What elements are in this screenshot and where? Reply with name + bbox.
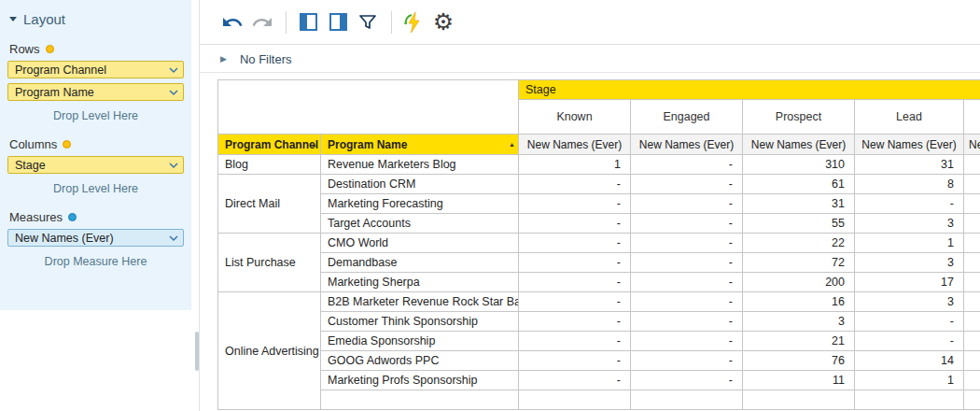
value-cell[interactable]: - bbox=[519, 253, 631, 273]
collapse-triangle-icon[interactable] bbox=[9, 17, 17, 21]
row-header-program-name[interactable]: Program Name ▲ bbox=[321, 135, 519, 155]
program-cell[interactable]: Marketing Sherpa bbox=[321, 273, 519, 292]
program-cell[interactable]: Marketing Forecasting bbox=[321, 194, 519, 214]
value-cell-clipped bbox=[964, 292, 980, 312]
value-cell[interactable]: 17 bbox=[855, 273, 964, 292]
value-cell[interactable]: - bbox=[631, 312, 743, 332]
stage-column-header-prospect[interactable]: Prospect bbox=[743, 100, 855, 135]
column-dimension-header[interactable]: Stage bbox=[519, 80, 980, 100]
value-cell[interactable]: 310 bbox=[743, 155, 855, 175]
value-cell[interactable]: - bbox=[631, 253, 743, 273]
filter-bar[interactable]: ▶ No Filters bbox=[200, 46, 980, 73]
redo-button[interactable] bbox=[248, 8, 276, 36]
program-cell[interactable]: Marketing Profs Sponsorship bbox=[321, 371, 519, 390]
value-cell[interactable]: - bbox=[519, 175, 631, 194]
value-cell[interactable]: - bbox=[519, 194, 631, 214]
value-cell[interactable]: - bbox=[855, 312, 964, 332]
measure-header[interactable]: New Names (Ever) bbox=[519, 135, 631, 155]
columns-drop-zone[interactable]: Drop Level Here bbox=[0, 182, 191, 195]
measure-header[interactable]: New Names (Ever) bbox=[631, 135, 743, 155]
value-cell[interactable]: - bbox=[519, 273, 631, 292]
undo-icon bbox=[221, 11, 244, 34]
filters-expander-icon[interactable]: ▶ bbox=[220, 54, 227, 64]
value-cell[interactable]: 1 bbox=[855, 371, 964, 390]
stage-column-header-engaged[interactable]: Engaged bbox=[631, 100, 743, 135]
value-cell[interactable]: 14 bbox=[855, 351, 964, 371]
value-cell[interactable]: - bbox=[519, 332, 631, 351]
value-cell[interactable]: 11 bbox=[743, 371, 855, 390]
row-field-program-channel[interactable]: Program Channel bbox=[7, 61, 184, 78]
value-cell[interactable]: 1 bbox=[855, 234, 964, 253]
program-cell[interactable]: Revenue Marketers Blog bbox=[321, 155, 519, 175]
program-cell[interactable]: Target Accounts bbox=[321, 214, 519, 234]
value-cell[interactable]: - bbox=[631, 332, 743, 351]
program-cell[interactable]: Destination CRM bbox=[321, 175, 519, 194]
panel-splitter-handle[interactable] bbox=[195, 332, 199, 371]
value-cell[interactable]: - bbox=[631, 371, 743, 390]
column-field-stage[interactable]: Stage bbox=[7, 156, 184, 174]
value-cell[interactable]: 22 bbox=[743, 234, 855, 253]
value-cell[interactable]: 200 bbox=[743, 273, 855, 292]
value-cell[interactable]: - bbox=[631, 194, 743, 214]
value-cell[interactable]: 8 bbox=[855, 175, 964, 194]
value-cell[interactable]: - bbox=[631, 273, 743, 292]
stage-column-header-known[interactable]: Known bbox=[519, 100, 631, 135]
layout-panel-header[interactable]: Layout bbox=[0, 0, 191, 27]
value-cell[interactable]: - bbox=[855, 194, 964, 214]
value-cell-clipped bbox=[964, 175, 980, 194]
program-cell[interactable]: GOOG Adwords PPC bbox=[321, 351, 519, 371]
toggle-right-panel-button[interactable] bbox=[324, 8, 352, 36]
value-cell[interactable]: - bbox=[519, 371, 631, 390]
undo-button[interactable] bbox=[218, 8, 246, 36]
value-cell-clipped bbox=[964, 234, 980, 253]
toggle-left-panel-button[interactable] bbox=[294, 8, 322, 36]
value-cell[interactable]: 76 bbox=[743, 351, 855, 371]
value-cell[interactable]: 16 bbox=[743, 292, 855, 312]
value-cell[interactable]: 3 bbox=[855, 214, 964, 234]
value-cell[interactable]: 55 bbox=[743, 214, 855, 234]
value-cell[interactable]: - bbox=[631, 155, 743, 175]
channel-cell[interactable]: Blog bbox=[218, 155, 321, 175]
value-cell[interactable]: - bbox=[631, 351, 743, 371]
value-cell[interactable]: - bbox=[519, 292, 631, 312]
row-field-program-name[interactable]: Program Name bbox=[7, 83, 184, 101]
refresh-button[interactable] bbox=[399, 8, 427, 36]
measure-header[interactable]: New Names (Ever) bbox=[743, 135, 855, 155]
measures-drop-zone[interactable]: Drop Measure Here bbox=[0, 255, 191, 268]
program-cell[interactable]: B2B Marketer Revenue Rock Star Ban bbox=[321, 292, 519, 312]
value-cell[interactable]: 3 bbox=[743, 312, 855, 332]
channel-cell[interactable]: Online Advertising bbox=[218, 292, 321, 410]
value-cell[interactable]: 31 bbox=[743, 194, 855, 214]
value-cell[interactable]: 3 bbox=[855, 292, 964, 312]
filter-button[interactable] bbox=[354, 8, 382, 36]
channel-cell[interactable]: List Purchase bbox=[218, 234, 321, 292]
row-header-program-channel[interactable]: Program Channel ▲ bbox=[218, 135, 321, 155]
program-cell[interactable]: CMO World bbox=[321, 234, 519, 253]
channel-cell[interactable]: Direct Mail bbox=[218, 175, 321, 234]
table-row: Blog Revenue Marketers Blog 1 - 310 31 bbox=[218, 155, 980, 175]
value-cell[interactable]: - bbox=[631, 175, 743, 194]
value-cell[interactable]: 1 bbox=[519, 155, 631, 175]
value-cell[interactable]: - bbox=[519, 351, 631, 371]
stage-column-header-lead[interactable]: Lead bbox=[855, 100, 964, 135]
measure-field-new-names-ever[interactable]: New Names (Ever) bbox=[7, 229, 184, 247]
program-cell[interactable]: Customer Think Sponsorship bbox=[321, 312, 519, 332]
program-cell[interactable]: Emedia Sponsorship bbox=[321, 332, 519, 351]
value-cell[interactable]: - bbox=[631, 214, 743, 234]
measure-header[interactable]: New Names (Ever) bbox=[855, 135, 964, 155]
value-cell[interactable]: 31 bbox=[855, 155, 964, 175]
value-cell[interactable]: - bbox=[855, 332, 964, 351]
value-cell[interactable]: - bbox=[631, 292, 743, 312]
program-cell bbox=[321, 390, 519, 410]
value-cell[interactable]: - bbox=[631, 234, 743, 253]
rows-drop-zone[interactable]: Drop Level Here bbox=[0, 109, 191, 122]
value-cell[interactable]: 21 bbox=[743, 332, 855, 351]
value-cell[interactable]: 61 bbox=[743, 175, 855, 194]
value-cell[interactable]: - bbox=[519, 214, 631, 234]
settings-button[interactable]: ⚙ bbox=[429, 8, 457, 36]
value-cell[interactable]: 3 bbox=[855, 253, 964, 273]
value-cell[interactable]: 72 bbox=[743, 253, 855, 273]
value-cell[interactable]: - bbox=[519, 234, 631, 253]
program-cell[interactable]: Demandbase bbox=[321, 253, 519, 273]
value-cell[interactable]: - bbox=[519, 312, 631, 332]
